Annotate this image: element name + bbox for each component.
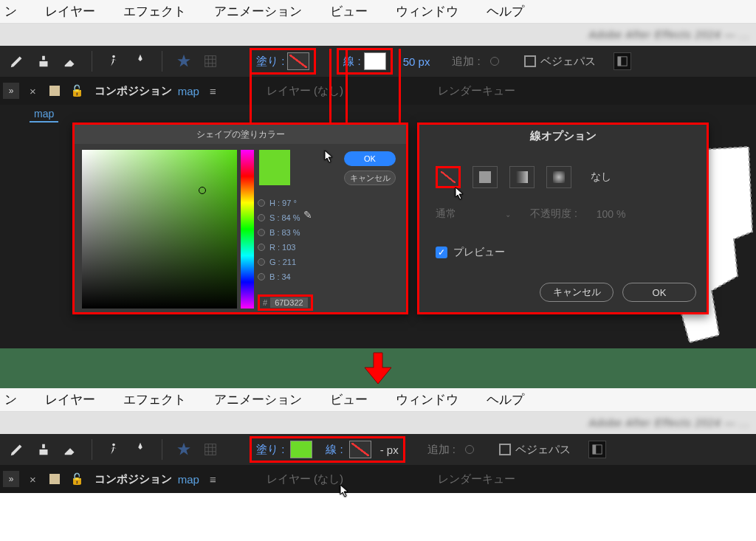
svg-point-4 bbox=[112, 444, 115, 447]
sv-picker-handle[interactable] bbox=[199, 187, 206, 194]
brush-tool-icon[interactable] bbox=[7, 440, 27, 459]
bezier-path-toggle[interactable]: ベジェパス bbox=[499, 443, 571, 457]
hex-input-highlight: # 67D322 bbox=[258, 294, 313, 311]
menu-item-view[interactable]: ビュー bbox=[330, 3, 368, 20]
panel-icon[interactable] bbox=[614, 52, 631, 70]
menubar: ン レイヤー エフェクト アニメーション ビュー ウィンドウ ヘルプ bbox=[0, 388, 756, 412]
stroke-type-radial-gradient[interactable] bbox=[546, 166, 571, 188]
checkbox-checked-icon[interactable]: ✓ bbox=[436, 247, 447, 258]
viewer-sub-tab[interactable]: map bbox=[30, 106, 58, 123]
tab-close-icon[interactable]: × bbox=[30, 85, 36, 97]
eraser-icon[interactable] bbox=[61, 52, 80, 71]
star-icon[interactable] bbox=[174, 52, 193, 71]
fill-swatch-none[interactable] bbox=[287, 52, 309, 70]
panel-icon[interactable] bbox=[588, 441, 606, 458]
menu-item-layer[interactable]: レイヤー bbox=[45, 391, 95, 408]
ok-button[interactable]: OK bbox=[622, 283, 696, 302]
menu-item-window[interactable]: ウィンドウ bbox=[396, 3, 458, 20]
menu-item-view[interactable]: ビュー bbox=[330, 391, 368, 408]
tab-close-icon[interactable]: × bbox=[30, 473, 36, 486]
blend-mode-select[interactable]: 通常 bbox=[436, 207, 456, 221]
bright-value[interactable]: B : 83 % bbox=[269, 225, 300, 240]
panel-menu-icon[interactable]: ≡ bbox=[210, 85, 216, 97]
tab-render-queue[interactable]: レンダーキュー bbox=[438, 472, 515, 486]
tab-layer-none[interactable]: レイヤー (なし) bbox=[267, 84, 343, 98]
menu-item[interactable]: ン bbox=[4, 391, 17, 408]
menu-item-effect[interactable]: エフェクト bbox=[123, 3, 186, 20]
menu-item[interactable]: ン bbox=[4, 3, 17, 20]
tab-composition-name[interactable]: map bbox=[178, 85, 199, 97]
stroke-type-linear-gradient[interactable] bbox=[509, 166, 535, 188]
puppet-tool-icon[interactable] bbox=[104, 52, 123, 71]
tab-layer-none[interactable]: レイヤー (なし) bbox=[267, 472, 343, 486]
stroke-type-none[interactable] bbox=[436, 166, 461, 188]
fill-label[interactable]: 塗り : bbox=[256, 443, 284, 457]
toolbar: 塗り : 線 : 50 px 追加 : ベジェパス bbox=[0, 46, 756, 77]
menu-item-effect[interactable]: エフェクト bbox=[123, 391, 186, 408]
ok-button[interactable]: OK bbox=[344, 151, 396, 166]
h-value[interactable]: H : 97 ° bbox=[269, 196, 297, 210]
sv-picker[interactable] bbox=[82, 150, 237, 309]
brush-tool-icon[interactable] bbox=[7, 52, 27, 71]
grid-icon[interactable] bbox=[201, 440, 220, 459]
bezier-path-toggle[interactable]: ベジェパス bbox=[524, 55, 596, 69]
cancel-button[interactable]: キャンセル bbox=[540, 283, 614, 302]
menu-item-help[interactable]: ヘルプ bbox=[487, 3, 524, 20]
pin-tool-icon[interactable] bbox=[131, 52, 150, 71]
puppet-tool-icon[interactable] bbox=[104, 440, 123, 459]
add-label[interactable]: 追加 : bbox=[427, 443, 456, 457]
tab-render-queue[interactable]: レンダーキュー bbox=[438, 84, 515, 98]
hex-input[interactable]: 67D322 bbox=[270, 297, 308, 308]
cursor-icon bbox=[324, 150, 334, 163]
toolbar-divider bbox=[92, 51, 92, 72]
star-icon[interactable] bbox=[174, 440, 193, 459]
stroke-width-value[interactable]: 50 px bbox=[403, 55, 430, 68]
g-value[interactable]: G : 211 bbox=[269, 255, 296, 269]
pin-tool-icon[interactable] bbox=[131, 440, 150, 459]
lock-icon[interactable]: 🔓 bbox=[70, 472, 84, 486]
add-button-icon[interactable] bbox=[465, 445, 474, 454]
eyedropper-icon[interactable]: ✎ bbox=[303, 209, 312, 221]
clone-stamp-icon[interactable] bbox=[34, 440, 53, 459]
menu-item-window[interactable]: ウィンドウ bbox=[396, 391, 458, 408]
tab-composition-word[interactable]: コンポジション bbox=[94, 84, 172, 98]
annotation-line bbox=[250, 49, 252, 123]
stroke-swatch[interactable] bbox=[364, 52, 386, 70]
color-preview-swatch bbox=[259, 150, 290, 185]
stroke-label[interactable]: 線 : bbox=[326, 443, 343, 457]
annotation-line bbox=[346, 49, 348, 123]
menu-item-help[interactable]: ヘルプ bbox=[487, 391, 524, 408]
annotation-line bbox=[329, 49, 331, 123]
cancel-button[interactable]: キャンセル bbox=[344, 170, 396, 185]
hue-slider[interactable] bbox=[241, 150, 254, 309]
composition-viewer[interactable]: map シェイプの塗りカラー OK キャンセル ✎ H : 97 bbox=[0, 105, 756, 348]
dialog-title: シェイプの塗りカラー bbox=[75, 125, 406, 144]
toolbar-divider bbox=[162, 439, 162, 460]
panel-expand-icon[interactable]: » bbox=[3, 471, 19, 487]
s-value[interactable]: S : 84 % bbox=[269, 210, 300, 225]
preview-row[interactable]: ✓ プレビュー bbox=[436, 246, 505, 259]
menu-item-animation[interactable]: アニメーション bbox=[214, 391, 302, 408]
eraser-icon[interactable] bbox=[61, 440, 80, 459]
stroke-type-solid[interactable] bbox=[472, 166, 498, 188]
checkbox-icon[interactable] bbox=[524, 55, 536, 67]
r-value[interactable]: R : 103 bbox=[269, 240, 295, 255]
stroke-swatch-none[interactable] bbox=[349, 441, 371, 458]
panel-menu-icon[interactable]: ≡ bbox=[210, 473, 216, 486]
clone-stamp-icon[interactable] bbox=[34, 52, 53, 71]
add-label[interactable]: 追加 : bbox=[452, 55, 480, 69]
tab-composition-name[interactable]: map bbox=[178, 473, 199, 486]
checkbox-icon[interactable] bbox=[499, 444, 511, 455]
fill-swatch-green[interactable] bbox=[290, 441, 312, 458]
fill-label[interactable]: 塗り : bbox=[256, 55, 284, 69]
add-button-icon[interactable] bbox=[490, 57, 499, 66]
stroke-width-value[interactable]: - px bbox=[380, 444, 399, 456]
menu-item-animation[interactable]: アニメーション bbox=[214, 3, 302, 20]
menu-item-layer[interactable]: レイヤー bbox=[45, 3, 95, 20]
grid-icon[interactable] bbox=[201, 52, 220, 71]
panel-expand-icon[interactable]: » bbox=[3, 83, 19, 99]
tab-composition-word[interactable]: コンポジション bbox=[94, 472, 172, 486]
b-value[interactable]: B : 34 bbox=[269, 269, 291, 284]
opacity-value[interactable]: 100 % bbox=[597, 208, 626, 220]
lock-icon[interactable]: 🔓 bbox=[70, 84, 84, 97]
